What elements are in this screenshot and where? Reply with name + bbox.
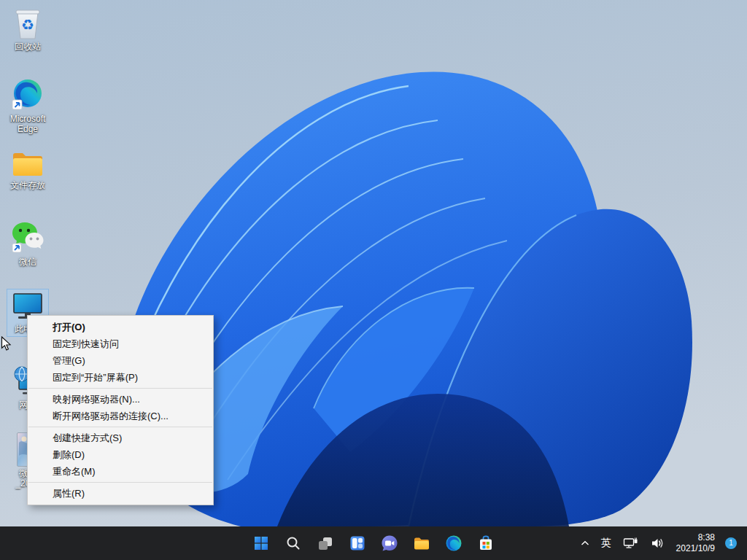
desktop-icon-label: Microsoft Edge	[4, 114, 51, 134]
show-hidden-icons-button[interactable]	[577, 530, 593, 556]
store-button[interactable]	[471, 529, 500, 558]
clock-time: 8:38	[676, 532, 715, 543]
edge-icon	[445, 534, 462, 552]
wechat-icon	[4, 219, 51, 255]
menu-item-rename[interactable]: 重命名(M)	[28, 463, 213, 480]
widgets-button[interactable]	[343, 529, 372, 558]
search-icon	[286, 536, 301, 551]
chevron-up-icon	[581, 540, 589, 546]
chat-button[interactable]	[375, 529, 404, 558]
taskbar: 英 8:38 2021/10/9 1	[0, 526, 747, 560]
start-icon	[254, 536, 268, 551]
chat-icon	[381, 534, 398, 552]
desktop-icon-microsoft-edge[interactable]: Microsoft Edge	[4, 77, 51, 134]
task-view-button[interactable]	[311, 529, 340, 558]
folder-icon	[4, 149, 51, 179]
clock-date: 2021/10/9	[676, 543, 715, 554]
search-button[interactable]	[279, 529, 308, 558]
menu-item-delete[interactable]: 删除(D)	[28, 446, 213, 463]
start-button[interactable]	[247, 529, 276, 558]
menu-separator	[28, 482, 212, 483]
file-explorer-button[interactable]	[407, 529, 436, 558]
menu-item-pin-to-quick-access[interactable]: 固定到快速访问	[28, 335, 213, 352]
taskbar-center-group	[247, 529, 500, 558]
menu-item-manage[interactable]: 管理(G)	[28, 352, 213, 369]
desktop-icon-label: 文件存放	[4, 180, 51, 190]
desktop-icon-recycle-bin[interactable]: ♻ 回收站	[4, 7, 51, 52]
ime-indicator[interactable]: 英	[597, 530, 615, 556]
menu-item-map-network-drive[interactable]: 映射网络驱动器(N)...	[28, 391, 213, 408]
desktop-icon-file-folder[interactable]: 文件存放	[4, 149, 51, 190]
context-menu: 打开(O) 固定到快速访问 管理(G) 固定到“开始”屏幕(P) 映射网络驱动器…	[27, 315, 214, 505]
mouse-cursor	[1, 336, 12, 352]
menu-separator	[28, 388, 212, 389]
speaker-volume-icon	[651, 537, 665, 550]
store-icon	[477, 534, 495, 552]
taskbar-tray: 英 8:38 2021/10/9 1	[577, 526, 747, 560]
svg-text:♻: ♻	[21, 17, 34, 33]
menu-item-pin-to-start[interactable]: 固定到“开始”屏幕(P)	[28, 369, 213, 386]
recycle-bin-icon: ♻	[4, 7, 51, 40]
notification-badge[interactable]: 1	[725, 537, 737, 549]
task-view-icon	[317, 535, 333, 551]
widgets-icon	[349, 535, 365, 551]
edge-button[interactable]	[439, 529, 468, 558]
menu-separator	[28, 427, 212, 427]
network-tray-button[interactable]	[619, 530, 643, 556]
menu-item-properties[interactable]: 属性(R)	[28, 485, 213, 502]
volume-tray-button[interactable]	[647, 530, 669, 556]
desktop-icon-wechat[interactable]: 微信	[4, 219, 51, 267]
clock[interactable]: 8:38 2021/10/9	[673, 531, 718, 556]
menu-item-open[interactable]: 打开(O)	[28, 319, 213, 335]
menu-item-disconnect-network-drive[interactable]: 断开网络驱动器的连接(C)...	[28, 408, 213, 424]
menu-item-create-shortcut[interactable]: 创建快捷方式(S)	[28, 429, 213, 446]
edge-icon	[4, 77, 51, 112]
desktop-icon-label: 回收站	[4, 42, 51, 52]
ethernet-network-icon	[623, 537, 639, 550]
file-explorer-icon	[413, 534, 430, 552]
desktop-icon-label: 微信	[4, 257, 51, 267]
